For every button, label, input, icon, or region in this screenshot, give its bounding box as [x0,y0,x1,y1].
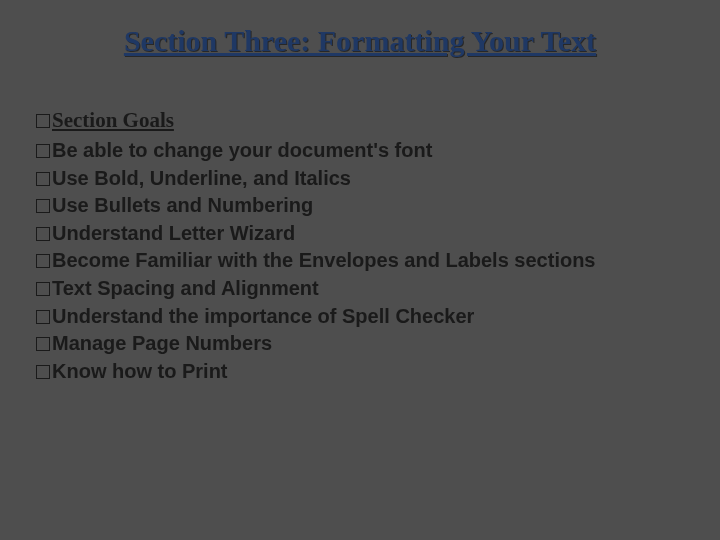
list-item-text: Manage Page Numbers [52,332,272,354]
list-item: Understand the importance of Spell Check… [36,303,684,331]
list-item-text: Use Bullets and Numbering [52,194,313,216]
list-item: Know how to Print [36,358,684,386]
square-bullet-icon [36,282,50,296]
square-bullet-icon [36,227,50,241]
section-goals-heading: Section Goals [36,106,684,135]
section-goals-label: Section Goals [52,108,174,132]
list-item: Be able to change your document's font [36,137,684,165]
slide: Section Three: Formatting Your Text Sect… [0,0,720,540]
list-item-text: Become Familiar with the Envelopes and L… [52,249,596,271]
square-bullet-icon [36,310,50,324]
list-item: Manage Page Numbers [36,330,684,358]
list-item-text: Be able to change your document's font [52,139,432,161]
square-bullet-icon [36,337,50,351]
square-bullet-icon [36,365,50,379]
list-item-text: Understand Letter Wizard [52,222,295,244]
list-item: Use Bold, Underline, and Italics [36,165,684,193]
list-item: Text Spacing and Alignment [36,275,684,303]
list-item-text: Understand the importance of Spell Check… [52,305,474,327]
square-bullet-icon [36,199,50,213]
square-bullet-icon [36,144,50,158]
list-item-text: Text Spacing and Alignment [52,277,319,299]
list-item: Become Familiar with the Envelopes and L… [36,247,684,275]
list-item-text: Know how to Print [52,360,228,382]
square-bullet-icon [36,114,50,128]
list-item: Understand Letter Wizard [36,220,684,248]
list-item-text: Use Bold, Underline, and Italics [52,167,351,189]
square-bullet-icon [36,254,50,268]
slide-body: Section Goals Be able to change your doc… [36,106,684,385]
slide-title: Section Three: Formatting Your Text [0,24,720,58]
list-item: Use Bullets and Numbering [36,192,684,220]
square-bullet-icon [36,172,50,186]
